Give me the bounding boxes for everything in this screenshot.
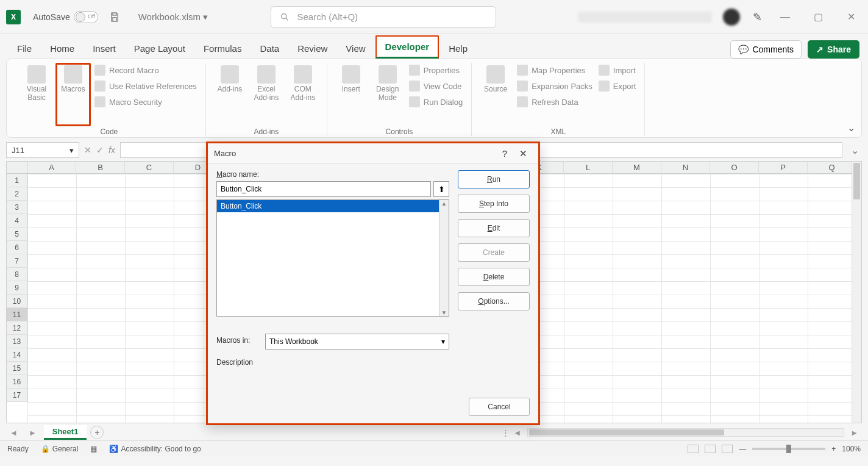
insert-control-button[interactable]: Insert [333, 63, 369, 126]
avatar[interactable] [723, 9, 740, 26]
map-properties-button[interactable]: Map Properties [514, 63, 595, 77]
options-button[interactable]: Options... [458, 292, 530, 310]
sheet-nav-next[interactable]: ► [25, 428, 40, 437]
formula-bar-expand[interactable]: ⌄ [847, 145, 862, 156]
zoom-out-button[interactable]: — [739, 445, 746, 453]
dialog-titlebar[interactable]: Macro ? ✕ [208, 143, 538, 164]
row-header[interactable]: 8 [7, 268, 27, 281]
minimize-button[interactable]: — [774, 6, 796, 28]
column-header[interactable]: A [27, 162, 76, 174]
list-scrollbar[interactable]: ▲ ▼ [439, 200, 449, 316]
zoom-in-button[interactable]: + [831, 445, 836, 453]
tab-view[interactable]: View [337, 38, 374, 59]
share-button[interactable]: ↗ Share [808, 40, 859, 59]
pen-icon[interactable]: ✎ [751, 10, 763, 24]
row-header[interactable]: 15 [7, 362, 27, 375]
select-all-corner[interactable] [7, 162, 27, 174]
row-header[interactable]: 2 [7, 187, 27, 201]
export-button[interactable]: Export [596, 79, 639, 93]
delete-button[interactable]: Delete [458, 268, 530, 286]
row-header[interactable]: 17 [7, 389, 27, 402]
row-header[interactable]: 1 [7, 174, 27, 187]
ribbon-collapse-button[interactable]: ⌄ [847, 122, 855, 134]
save-icon[interactable] [109, 12, 120, 23]
step-into-button[interactable]: Step Into [458, 195, 530, 213]
macro-list[interactable]: Button_Click ▲ ▼ [216, 199, 449, 317]
use-relative-references-button[interactable]: Use Relative References [92, 79, 199, 93]
comments-button[interactable]: 💬 Comments [730, 40, 802, 59]
run-button[interactable]: Run [458, 170, 530, 188]
tab-page-layout[interactable]: Page Layout [126, 38, 194, 59]
view-normal-button[interactable] [688, 445, 699, 453]
column-header[interactable]: O [710, 162, 759, 174]
excel-addins-button[interactable]: Excel Add-ins [249, 63, 284, 126]
maximize-button[interactable]: ▢ [807, 6, 829, 28]
macros-in-select[interactable]: This Workbook ▾ [265, 334, 449, 349]
dialog-help-button[interactable]: ? [496, 148, 514, 159]
row-header[interactable]: 5 [7, 228, 27, 241]
run-dialog-button[interactable]: Run Dialog [407, 95, 465, 109]
vertical-scrollbar[interactable] [852, 162, 861, 423]
status-sensitivity[interactable]: 🔒General [41, 445, 79, 453]
edit-button[interactable]: Edit [458, 219, 530, 237]
row-header[interactable]: 16 [7, 375, 27, 389]
status-accessibility[interactable]: ♿Accessibility: Good to go [109, 445, 201, 453]
import-button[interactable]: Import [596, 63, 639, 77]
column-header[interactable]: M [613, 162, 661, 174]
tab-file[interactable]: File [9, 38, 40, 59]
expansion-packs-button[interactable]: Expansion Packs [514, 79, 595, 93]
search-input[interactable]: Search (Alt+Q) [271, 6, 496, 28]
cancel-button[interactable]: Cancel [469, 398, 530, 416]
column-header[interactable]: B [76, 162, 125, 174]
status-stats-icon[interactable]: ▦ [90, 445, 97, 453]
macro-security-button[interactable]: Macro Security [92, 95, 199, 109]
tab-developer[interactable]: Developer [375, 35, 439, 59]
com-addins-button[interactable]: COM Add-ins [285, 63, 321, 126]
toggle-switch-icon[interactable]: Off [74, 11, 98, 23]
row-header[interactable]: 13 [7, 335, 27, 348]
sheet-tab-active[interactable]: Sheet1 [44, 425, 87, 440]
sheet-nav-prev[interactable]: ◄ [6, 428, 21, 437]
add-sheet-button[interactable]: + [90, 426, 104, 439]
row-header[interactable]: 7 [7, 254, 27, 268]
addins-button[interactable]: Add-ins [212, 63, 247, 126]
macros-button[interactable]: Macros [55, 63, 91, 126]
tab-help[interactable]: Help [440, 38, 476, 59]
row-header[interactable]: 4 [7, 214, 27, 228]
dialog-close-button[interactable]: ✕ [514, 148, 532, 159]
column-header[interactable]: N [661, 162, 710, 174]
row-header[interactable]: 9 [7, 281, 27, 295]
macro-name-input[interactable] [216, 181, 431, 197]
collapse-dialog-icon[interactable]: ⬆ [433, 181, 449, 197]
macro-list-item[interactable]: Button_Click [217, 200, 449, 212]
cancel-fx-icon[interactable]: ✕ [84, 145, 91, 155]
tab-home[interactable]: Home [41, 38, 83, 59]
tab-review[interactable]: Review [289, 38, 336, 59]
name-box[interactable]: J11 ▾ [6, 142, 79, 158]
visual-basic-button[interactable]: Visual Basic [19, 63, 54, 126]
filename-dropdown[interactable]: Workbook.xlsm ▾ [138, 12, 208, 23]
tab-formulas[interactable]: Formulas [195, 38, 251, 59]
close-button[interactable]: ✕ [840, 6, 862, 28]
view-page-break-button[interactable] [722, 445, 733, 453]
tab-insert[interactable]: Insert [84, 38, 124, 59]
column-header[interactable]: Q [808, 162, 856, 174]
autosave-toggle[interactable]: AutoSave Off [33, 11, 98, 23]
row-header[interactable]: 3 [7, 201, 27, 214]
zoom-slider[interactable] [752, 448, 825, 450]
accept-fx-icon[interactable]: ✓ [96, 145, 104, 155]
split-handle-icon[interactable]: ⋮ [502, 428, 510, 437]
refresh-data-button[interactable]: Refresh Data [514, 95, 595, 109]
view-code-button[interactable]: View Code [407, 79, 465, 93]
row-header[interactable]: 11 [7, 308, 27, 321]
create-button[interactable]: Create [458, 243, 530, 262]
row-header[interactable]: 14 [7, 348, 27, 362]
row-header[interactable]: 6 [7, 241, 27, 254]
hscroll-right[interactable]: ► [847, 428, 862, 437]
horizontal-scrollbar[interactable] [527, 428, 844, 437]
row-header[interactable]: 12 [7, 321, 27, 335]
column-header[interactable]: L [564, 162, 613, 174]
source-button[interactable]: Source [478, 63, 513, 126]
record-macro-button[interactable]: Record Macro [92, 63, 199, 77]
design-mode-button[interactable]: Design Mode [370, 63, 405, 126]
